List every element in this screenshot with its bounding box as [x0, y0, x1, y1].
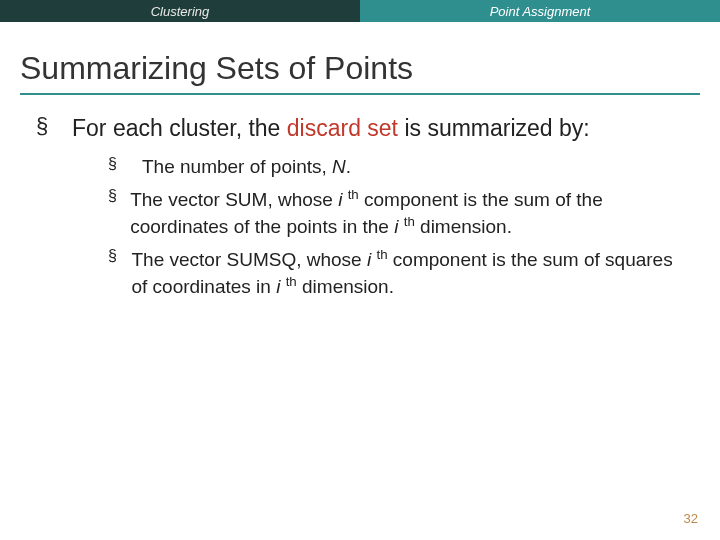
- top-tabs: Clustering Point Assignment: [0, 0, 720, 22]
- var-i: i: [276, 276, 286, 297]
- sup-th: th: [376, 247, 387, 262]
- tab-clustering: Clustering: [0, 0, 360, 22]
- t: The number of points,: [142, 156, 332, 177]
- tab-point-assignment: Point Assignment: [360, 0, 720, 22]
- intro-text: For each cluster, the discard set is sum…: [72, 113, 590, 144]
- slide: Clustering Point Assignment Summarizing …: [0, 0, 720, 540]
- sup-th: th: [404, 214, 415, 229]
- intro-pre: For each cluster, the: [72, 115, 287, 141]
- t: The vector SUM, whose: [130, 189, 338, 210]
- title-rule: [20, 93, 700, 95]
- t: The vector SUMSQ, whose: [131, 249, 366, 270]
- bullet-level1: § For each cluster, the discard set is s…: [36, 113, 690, 144]
- var-i: i: [367, 249, 377, 270]
- t: .: [346, 156, 351, 177]
- bullet-glyph: §: [108, 154, 142, 180]
- var-i: i: [338, 189, 348, 210]
- page-number: 32: [684, 511, 698, 526]
- t: dimension.: [297, 276, 394, 297]
- sup-th: th: [348, 187, 359, 202]
- var-n: N: [332, 156, 346, 177]
- sub-item-0: The number of points, N.: [142, 154, 351, 180]
- bullet-glyph: §: [36, 113, 72, 144]
- bullet-glyph: §: [108, 246, 131, 300]
- slide-content: § For each cluster, the discard set is s…: [0, 113, 720, 300]
- t: dimension.: [415, 216, 512, 237]
- sup-th: th: [286, 274, 297, 289]
- sub-item-2: The vector SUMSQ, whose i th component i…: [131, 246, 690, 300]
- bullet-level2: § The vector SUMSQ, whose i th component…: [108, 246, 690, 300]
- bullet-level2: § The vector SUM, whose i th component i…: [108, 186, 690, 240]
- bullet-glyph: §: [108, 186, 130, 240]
- sub-item-1: The vector SUM, whose i th component is …: [130, 186, 690, 240]
- bullet-level2: § The number of points, N.: [108, 154, 690, 180]
- intro-highlight: discard set: [287, 115, 398, 141]
- var-i: i: [394, 216, 404, 237]
- intro-post: is summarized by:: [398, 115, 590, 141]
- slide-title: Summarizing Sets of Points: [20, 50, 720, 87]
